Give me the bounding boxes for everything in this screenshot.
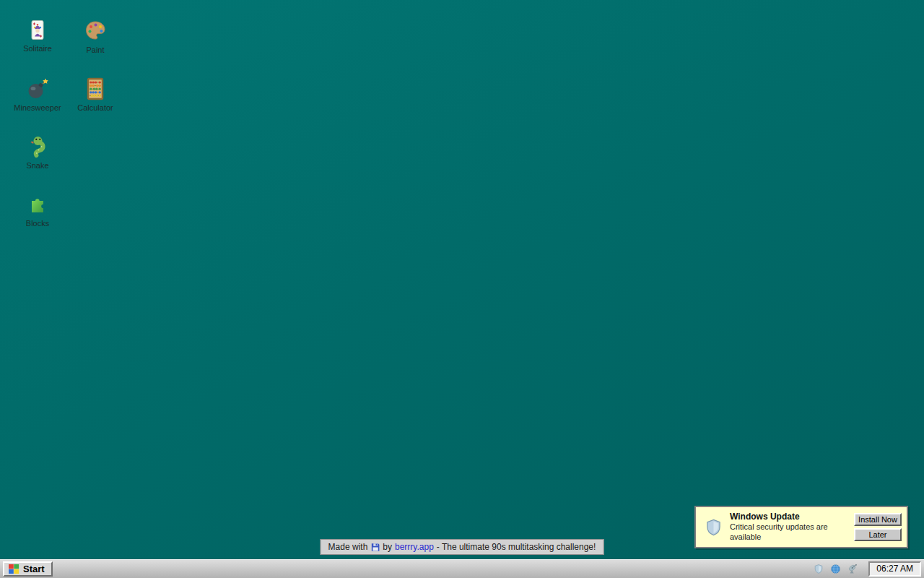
desktop-icon-calculator[interactable]: Calculator xyxy=(66,77,124,112)
desktop-icon-snake[interactable]: Snake xyxy=(9,134,66,170)
credit-text-by: by xyxy=(383,542,392,552)
start-button[interactable]: Start xyxy=(3,561,53,577)
abacus-icon xyxy=(83,77,108,101)
satellite-antenna-icon[interactable] xyxy=(847,564,858,574)
joker-card-icon xyxy=(26,19,49,42)
install-now-button[interactable]: Install Now xyxy=(854,513,902,526)
paint-palette-icon xyxy=(83,19,108,43)
shield-icon xyxy=(705,515,723,540)
puzzle-piece-icon xyxy=(25,192,50,217)
berrry-app-link[interactable]: berrry.app xyxy=(395,542,434,552)
desktop-icon-solitaire[interactable]: Solitaire xyxy=(9,19,66,53)
desktop-icon-label: Minesweeper xyxy=(9,103,66,112)
desktop-icon-label: Solitaire xyxy=(9,44,66,53)
desktop-icon-blocks[interactable]: Blocks xyxy=(9,192,66,228)
notification-text: Windows Update Critical security updates… xyxy=(730,512,847,543)
desktop-icon-label: Calculator xyxy=(66,103,124,112)
start-button-label: Start xyxy=(23,564,45,574)
windows-logo-icon xyxy=(8,564,19,574)
later-button[interactable]: Later xyxy=(854,528,902,541)
bomb-icon xyxy=(25,77,50,101)
desktop-icon-paint[interactable]: Paint xyxy=(66,19,124,54)
shield-icon[interactable] xyxy=(814,564,824,574)
notification-message: Critical security updates are available xyxy=(730,522,847,543)
snake-icon xyxy=(25,134,50,159)
desktop-icon-label: Paint xyxy=(66,46,124,54)
taskbar-clock[interactable]: 06:27 AM xyxy=(868,561,921,577)
desktop-icon-label: Blocks xyxy=(9,219,66,228)
notification-title: Windows Update xyxy=(730,512,847,522)
floppy-disk-icon xyxy=(370,543,380,552)
system-tray: 06:27 AM xyxy=(814,561,921,577)
taskbar: Start 06:27 AM xyxy=(0,559,924,578)
globe-icon[interactable] xyxy=(830,564,841,574)
notification-buttons: Install Now Later xyxy=(854,513,902,541)
credit-bar: Made with by berrry.app - The ultimate 9… xyxy=(321,539,604,555)
desktop-icon-minesweeper[interactable]: Minesweeper xyxy=(9,77,66,112)
desktop-icon-label: Snake xyxy=(9,161,66,170)
windows-update-notification: Windows Update Critical security updates… xyxy=(694,506,908,548)
credit-text-suffix: - The ultimate 90s multitasking challeng… xyxy=(437,542,596,552)
credit-text-prefix: Made with xyxy=(328,542,368,552)
